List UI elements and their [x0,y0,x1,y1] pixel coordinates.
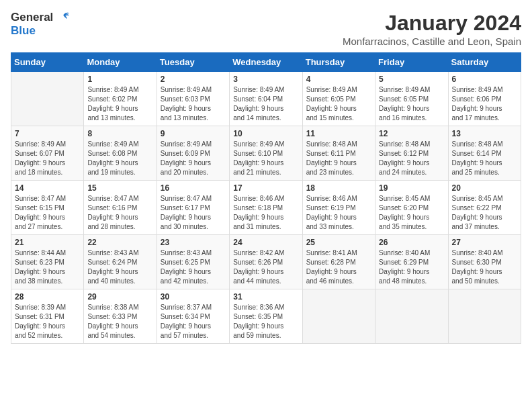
weekday-header-tuesday: Tuesday [157,53,229,72]
day-number: 10 [233,129,298,138]
day-info: Sunrise: 8:49 AMSunset: 6:07 PMDaylight:… [15,140,80,177]
day-number: 19 [379,183,444,193]
day-info: Sunrise: 8:47 AMSunset: 6:15 PMDaylight:… [15,194,80,232]
calendar-cell: 28Sunrise: 8:39 AMSunset: 6:31 PMDayligh… [11,289,84,344]
day-info: Sunrise: 8:49 AMSunset: 6:05 PMDaylight:… [379,85,444,123]
calendar-cell: 20Sunrise: 8:45 AMSunset: 6:22 PMDayligh… [448,181,521,235]
calendar-cell: 10Sunrise: 8:49 AMSunset: 6:10 PMDayligh… [230,126,302,181]
week-row-1: 1Sunrise: 8:49 AMSunset: 6:02 PMDaylight… [11,72,521,126]
weekday-header-friday: Friday [375,53,448,72]
weekday-header-saturday: Saturday [448,53,521,72]
day-info: Sunrise: 8:41 AMSunset: 6:28 PMDaylight:… [306,248,371,286]
calendar-cell: 8Sunrise: 8:49 AMSunset: 6:08 PMDaylight… [84,126,157,181]
calendar-cell: 12Sunrise: 8:48 AMSunset: 6:12 PMDayligh… [375,126,448,181]
day-info: Sunrise: 8:48 AMSunset: 6:11 PMDaylight:… [306,140,371,177]
day-number: 30 [161,292,226,302]
day-number: 23 [161,238,226,247]
day-number: 15 [87,183,152,193]
calendar-cell: 29Sunrise: 8:38 AMSunset: 6:33 PMDayligh… [84,289,157,344]
day-number: 4 [306,75,371,84]
day-info: Sunrise: 8:47 AMSunset: 6:17 PMDaylight:… [161,194,226,232]
weekday-header-thursday: Thursday [302,53,375,72]
day-info: Sunrise: 8:37 AMSunset: 6:34 PMDaylight:… [161,303,226,340]
day-info: Sunrise: 8:49 AMSunset: 6:03 PMDaylight:… [161,85,226,123]
calendar-cell: 4Sunrise: 8:49 AMSunset: 6:05 PMDaylight… [302,72,375,126]
day-number: 17 [233,183,298,193]
logo-blue: Blue [11,24,36,38]
day-info: Sunrise: 8:47 AMSunset: 6:16 PMDaylight:… [87,194,152,232]
day-number: 13 [452,129,517,138]
day-info: Sunrise: 8:43 AMSunset: 6:24 PMDaylight:… [87,248,152,286]
day-number: 31 [233,292,298,302]
day-number: 2 [161,75,226,84]
day-info: Sunrise: 8:49 AMSunset: 6:09 PMDaylight:… [161,140,226,177]
day-info: Sunrise: 8:38 AMSunset: 6:33 PMDaylight:… [87,303,152,340]
day-number: 12 [379,129,444,138]
day-number: 16 [161,183,226,193]
week-row-2: 7Sunrise: 8:49 AMSunset: 6:07 PMDaylight… [11,126,521,181]
calendar-cell: 16Sunrise: 8:47 AMSunset: 6:17 PMDayligh… [157,181,229,235]
day-number: 29 [87,292,152,302]
day-info: Sunrise: 8:46 AMSunset: 6:18 PMDaylight:… [233,194,298,232]
calendar-cell: 13Sunrise: 8:48 AMSunset: 6:14 PMDayligh… [448,126,521,181]
logo-bird-icon [54,11,69,24]
day-info: Sunrise: 8:42 AMSunset: 6:26 PMDaylight:… [233,248,298,286]
title-area: January 2024 Monfarracinos, Castille and… [343,11,521,47]
weekday-header-row: SundayMondayTuesdayWednesdayThursdayFrid… [11,53,521,72]
calendar-cell: 25Sunrise: 8:41 AMSunset: 6:28 PMDayligh… [302,235,375,289]
calendar-cell: 7Sunrise: 8:49 AMSunset: 6:07 PMDaylight… [11,126,84,181]
day-info: Sunrise: 8:49 AMSunset: 6:02 PMDaylight:… [87,85,152,123]
day-number: 25 [306,238,371,247]
day-number: 28 [15,292,80,302]
calendar-cell: 31Sunrise: 8:36 AMSunset: 6:35 PMDayligh… [230,289,302,344]
calendar-cell: 11Sunrise: 8:48 AMSunset: 6:11 PMDayligh… [302,126,375,181]
day-info: Sunrise: 8:49 AMSunset: 6:08 PMDaylight:… [87,140,152,177]
calendar-cell: 14Sunrise: 8:47 AMSunset: 6:15 PMDayligh… [11,181,84,235]
week-row-4: 21Sunrise: 8:44 AMSunset: 6:23 PMDayligh… [11,235,521,289]
day-info: Sunrise: 8:39 AMSunset: 6:31 PMDaylight:… [15,303,80,340]
calendar-cell: 22Sunrise: 8:43 AMSunset: 6:24 PMDayligh… [84,235,157,289]
day-number: 8 [87,129,152,138]
day-number: 6 [452,75,517,84]
calendar-cell: 30Sunrise: 8:37 AMSunset: 6:34 PMDayligh… [157,289,229,344]
day-info: Sunrise: 8:49 AMSunset: 6:05 PMDaylight:… [306,85,371,123]
day-number: 20 [452,183,517,193]
day-number: 7 [15,129,80,138]
day-info: Sunrise: 8:45 AMSunset: 6:22 PMDaylight:… [452,194,517,232]
day-number: 1 [87,75,152,84]
calendar-table: SundayMondayTuesdayWednesdayThursdayFrid… [11,52,521,344]
page-header: General Blue January 2024 Monfarracinos,… [11,11,521,47]
calendar-cell [448,289,521,344]
calendar-cell: 2Sunrise: 8:49 AMSunset: 6:03 PMDaylight… [157,72,229,126]
day-info: Sunrise: 8:43 AMSunset: 6:25 PMDaylight:… [161,248,226,286]
week-row-3: 14Sunrise: 8:47 AMSunset: 6:15 PMDayligh… [11,181,521,235]
logo-general: General [11,11,53,24]
calendar-cell: 6Sunrise: 8:49 AMSunset: 6:06 PMDaylight… [448,72,521,126]
calendar-cell: 9Sunrise: 8:49 AMSunset: 6:09 PMDaylight… [157,126,229,181]
day-number: 3 [233,75,298,84]
calendar-cell: 19Sunrise: 8:45 AMSunset: 6:20 PMDayligh… [375,181,448,235]
day-info: Sunrise: 8:49 AMSunset: 6:10 PMDaylight:… [233,140,298,177]
weekday-header-wednesday: Wednesday [230,53,302,72]
calendar-cell [375,289,448,344]
weekday-header-sunday: Sunday [11,53,84,72]
day-info: Sunrise: 8:45 AMSunset: 6:20 PMDaylight:… [379,194,444,232]
week-row-5: 28Sunrise: 8:39 AMSunset: 6:31 PMDayligh… [11,289,521,344]
day-info: Sunrise: 8:44 AMSunset: 6:23 PMDaylight:… [15,248,80,286]
day-number: 24 [233,238,298,247]
calendar-cell [11,72,84,126]
calendar-cell: 17Sunrise: 8:46 AMSunset: 6:18 PMDayligh… [230,181,302,235]
logo: General Blue [11,11,69,38]
day-number: 21 [15,238,80,247]
weekday-header-monday: Monday [84,53,157,72]
month-title: January 2024 [343,11,521,36]
day-number: 27 [452,238,517,247]
day-number: 26 [379,238,444,247]
calendar-cell: 27Sunrise: 8:40 AMSunset: 6:30 PMDayligh… [448,235,521,289]
day-info: Sunrise: 8:49 AMSunset: 6:04 PMDaylight:… [233,85,298,123]
day-info: Sunrise: 8:36 AMSunset: 6:35 PMDaylight:… [233,303,298,340]
day-number: 18 [306,183,371,193]
calendar-cell: 3Sunrise: 8:49 AMSunset: 6:04 PMDaylight… [230,72,302,126]
calendar-cell: 18Sunrise: 8:46 AMSunset: 6:19 PMDayligh… [302,181,375,235]
calendar-cell: 23Sunrise: 8:43 AMSunset: 6:25 PMDayligh… [157,235,229,289]
